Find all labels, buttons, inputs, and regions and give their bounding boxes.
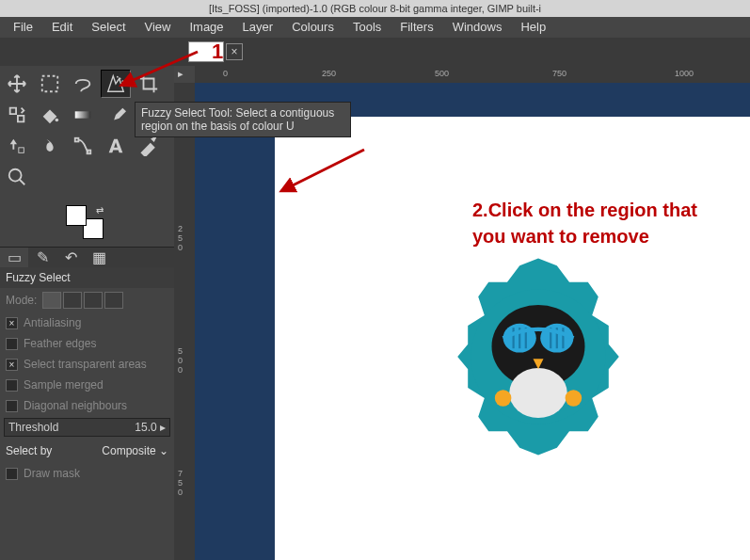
drawmask-label: Draw mask xyxy=(24,467,80,480)
mode-intersect[interactable] xyxy=(104,292,123,309)
feather-label: Feather edges xyxy=(24,337,96,350)
transparent-checkbox[interactable]: × xyxy=(6,359,18,371)
canvas-area: ▸ 0 250 500 750 1000 0 2 5 0 5 0 0 7 5 0… xyxy=(174,66,750,560)
svg-rect-5 xyxy=(75,111,91,118)
undo-history-tab[interactable]: ↶ xyxy=(56,248,85,267)
threshold-slider[interactable]: Threshold 15.0 ▸ xyxy=(4,418,170,437)
left-panel: ⇄ ▭ ✎ ↶ ▦ Fuzzy Select Mode: ×Antialiasi… xyxy=(0,66,174,560)
ruler-horizontal[interactable]: 0 250 500 750 1000 xyxy=(195,66,750,83)
tool-options-tab[interactable]: ▭ xyxy=(0,248,28,267)
dock-tabs: ▭ ✎ ↶ ▦ xyxy=(0,247,174,267)
svg-rect-7 xyxy=(75,138,79,142)
annotation-arrow1 xyxy=(118,44,202,91)
svg-point-9 xyxy=(9,169,22,182)
paintbrush-tool[interactable] xyxy=(101,101,131,129)
smudge-tool[interactable] xyxy=(35,132,65,160)
annotation-step2: 2.Click on the region that you want to r… xyxy=(472,197,697,249)
free-select-tool[interactable] xyxy=(68,70,98,98)
color-swatch[interactable]: ⇄ xyxy=(66,205,104,239)
images-tab[interactable]: ▦ xyxy=(85,248,113,267)
menu-windows[interactable]: Windows xyxy=(443,17,512,38)
antialiasing-checkbox[interactable]: × xyxy=(6,317,18,329)
tab-close-icon[interactable]: × xyxy=(226,43,243,60)
mode-subtract[interactable] xyxy=(84,292,103,309)
drawmask-checkbox[interactable] xyxy=(6,468,18,480)
menu-colours[interactable]: Colours xyxy=(282,17,343,38)
menu-layer[interactable]: Layer xyxy=(233,17,283,38)
zoom-tool[interactable] xyxy=(2,163,32,191)
selectby-dropdown[interactable]: Composite ⌄ xyxy=(102,444,168,457)
menu-help[interactable]: Help xyxy=(511,17,555,38)
svg-point-21 xyxy=(495,390,512,407)
svg-point-22 xyxy=(566,390,582,407)
diagonal-label: Diagonal neighbours xyxy=(24,399,127,412)
tool-options-title: Fuzzy Select xyxy=(0,267,174,288)
svg-point-4 xyxy=(56,119,59,122)
menu-view[interactable]: View xyxy=(136,17,181,38)
mode-add[interactable] xyxy=(63,292,82,309)
mode-label: Mode: xyxy=(6,294,37,307)
device-status-tab[interactable]: ✎ xyxy=(28,248,56,267)
feather-checkbox[interactable] xyxy=(6,338,18,350)
title-bar: [Its_FOSS] (imported)-1.0 (RGB colour 8-… xyxy=(0,0,750,17)
svg-rect-6 xyxy=(19,148,24,153)
annotation-arrow2 xyxy=(275,140,369,197)
menu-edit[interactable]: Edit xyxy=(42,17,82,38)
menu-filters[interactable]: Filters xyxy=(391,17,442,38)
canvas[interactable]: 2.Click on the region that you want to r… xyxy=(195,83,750,560)
path-tool[interactable] xyxy=(68,132,98,160)
image-page[interactable]: 2.Click on the region that you want to r… xyxy=(275,117,750,560)
document-tabs: × xyxy=(0,38,750,66)
diagonal-checkbox[interactable] xyxy=(6,400,18,412)
gradient-tool[interactable] xyxy=(68,101,98,129)
ruler-vertical[interactable]: 0 2 5 0 5 0 0 7 5 0 xyxy=(174,83,195,560)
rect-select-tool[interactable] xyxy=(35,70,65,98)
text-tool[interactable] xyxy=(101,132,131,160)
svg-rect-0 xyxy=(42,76,58,92)
fuzzy-select-tooltip: Fuzzy Select Tool: Select a contiguous r… xyxy=(135,102,351,137)
move-tool[interactable] xyxy=(2,70,32,98)
antialiasing-label: Antialiasing xyxy=(24,316,81,329)
sample-merged-label: Sample merged xyxy=(24,378,104,392)
bucket-tool[interactable] xyxy=(35,101,65,129)
menu-select[interactable]: Select xyxy=(82,17,135,38)
sample-merged-checkbox[interactable] xyxy=(6,379,18,392)
transparent-label: Select transparent areas xyxy=(24,358,147,371)
svg-point-12 xyxy=(509,368,567,418)
transform-tool[interactable] xyxy=(2,101,32,129)
clone-tool[interactable] xyxy=(2,132,32,160)
logo-image xyxy=(435,253,642,460)
annotation-number-1: 1 xyxy=(212,40,223,64)
swap-colors-icon[interactable]: ⇄ xyxy=(96,205,104,216)
menu-tools[interactable]: Tools xyxy=(343,17,391,38)
selectby-label: Select by xyxy=(6,444,52,457)
menu-bar: File Edit Select View Image Layer Colour… xyxy=(0,17,750,38)
mode-replace[interactable] xyxy=(42,292,61,309)
foreground-color[interactable] xyxy=(66,205,87,226)
menu-image[interactable]: Image xyxy=(180,17,232,38)
menu-file[interactable]: File xyxy=(4,17,42,38)
